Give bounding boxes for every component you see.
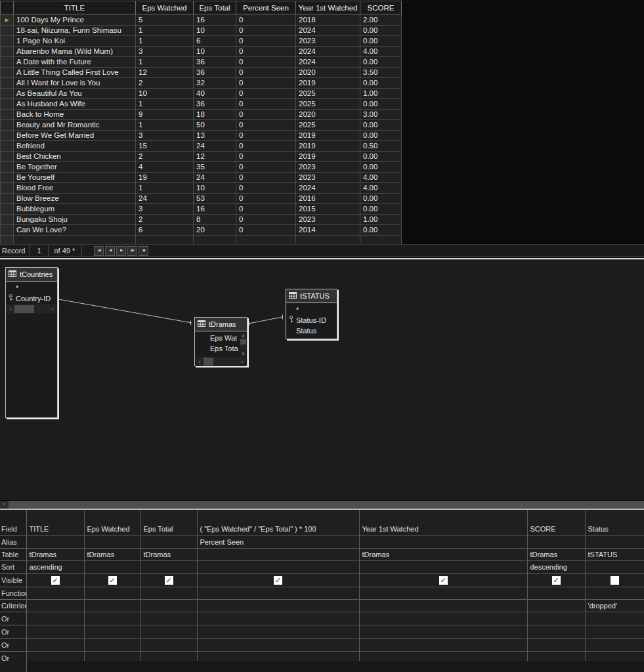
table-cell[interactable]: 1.00 <box>360 215 402 225</box>
table-cell[interactable]: 2023 <box>296 36 360 47</box>
table-cell[interactable]: 0 <box>236 26 296 36</box>
table-cell[interactable]: 0.00 <box>360 57 402 68</box>
table-cell[interactable]: 1 <box>136 57 194 68</box>
scrollbar-thumb[interactable] <box>240 339 246 345</box>
record-selector[interactable] <box>1 215 14 225</box>
table-cell[interactable]: 0.00 <box>360 120 402 131</box>
table-cell[interactable]: 36 <box>194 68 236 78</box>
table-cell[interactable]: 2019 <box>296 141 360 152</box>
table-cell[interactable]: 20 <box>194 225 236 236</box>
design-grid-cell[interactable]: tDramas <box>359 549 527 561</box>
table-cell[interactable]: Bubblegum <box>14 204 136 215</box>
table-cell[interactable]: 0 <box>236 68 296 78</box>
field-item[interactable]: Status <box>286 326 337 336</box>
table-cell[interactable]: 2024 <box>296 183 360 194</box>
design-grid-cell[interactable] <box>359 600 527 612</box>
record-selector[interactable] <box>1 99 14 110</box>
table-cell[interactable]: 0.00 <box>360 225 402 236</box>
table-cell[interactable]: A Date with the Future <box>14 57 136 68</box>
table-cell[interactable]: 0.00 <box>360 36 402 47</box>
table-cell[interactable]: 2018 <box>296 14 360 26</box>
table-cell[interactable]: 0 <box>236 36 296 47</box>
table-cell[interactable]: 8 <box>194 215 236 225</box>
table-cell[interactable]: 0 <box>236 194 296 204</box>
table-cell[interactable] <box>14 236 136 245</box>
table-box-tcountries[interactable]: tCountries *Country-IDCOUNTRY ‹ › <box>5 267 58 418</box>
table-cell[interactable]: 1 <box>136 99 194 110</box>
design-grid-cell[interactable] <box>585 561 644 574</box>
table-cell[interactable] <box>236 236 296 245</box>
record-selector[interactable] <box>1 236 14 245</box>
design-grid-cell[interactable] <box>527 600 585 612</box>
design-grid-cell[interactable] <box>26 625 84 639</box>
visible-checkbox-checked[interactable]: ✓ <box>108 576 117 585</box>
table-cell[interactable]: 2023 <box>296 215 360 225</box>
design-grid-cell[interactable]: Year 1st Watched <box>359 522 527 536</box>
last-record-button[interactable]: ▶| <box>127 246 137 256</box>
table-cell[interactable]: 12 <box>136 68 194 78</box>
scroll-left-icon[interactable]: ‹ <box>7 306 14 312</box>
record-selector[interactable] <box>1 204 14 215</box>
column-header[interactable]: TITLE <box>14 1 136 14</box>
grid-column-header[interactable] <box>359 509 527 522</box>
table-cell[interactable]: 2.00 <box>360 14 402 26</box>
record-selector[interactable] <box>1 141 14 152</box>
design-grid-cell[interactable]: 'dropped' <box>585 600 644 612</box>
design-grid-cell[interactable] <box>84 639 140 652</box>
table-cell[interactable]: 16 <box>194 14 236 26</box>
column-header[interactable]: Eps Watched <box>136 1 194 14</box>
table-cell[interactable]: 1 <box>136 120 194 131</box>
design-grid-cell[interactable]: ✓ <box>84 574 140 587</box>
table-cell[interactable]: 2020 <box>296 68 360 78</box>
table-box-hscrollbar[interactable]: ‹ › <box>196 357 246 366</box>
table-cell[interactable]: 24 <box>194 141 236 152</box>
table-cell[interactable]: 53 <box>194 194 236 204</box>
design-grid-cell[interactable]: Eps Total <box>140 522 197 536</box>
design-grid-cell[interactable]: SCORE <box>527 522 585 536</box>
table-cell[interactable]: 50 <box>194 120 236 131</box>
design-grid-cell[interactable] <box>197 639 359 652</box>
design-grid-cell[interactable] <box>197 612 359 625</box>
table-cell[interactable]: 0 <box>236 57 296 68</box>
table-cell[interactable]: 0 <box>236 131 296 141</box>
table-cell[interactable]: 0 <box>236 120 296 131</box>
field-item[interactable]: * <box>6 283 57 293</box>
field-item[interactable]: Country-ID <box>6 293 57 304</box>
table-cell[interactable]: Before We Get Married <box>14 131 136 141</box>
table-cell[interactable]: 0.00 <box>360 99 402 110</box>
design-grid-cell[interactable] <box>140 639 197 652</box>
record-selector[interactable] <box>1 120 14 131</box>
design-grid-cell[interactable]: ✓ <box>140 574 197 587</box>
design-grid-cell[interactable] <box>26 600 84 612</box>
design-grid-cell[interactable] <box>527 536 585 549</box>
table-cell[interactable]: 2025 <box>296 99 360 110</box>
record-selector[interactable] <box>1 68 14 78</box>
table-cell[interactable]: 36 <box>194 99 236 110</box>
table-cell[interactable]: 0 <box>236 215 296 225</box>
design-grid-cell[interactable]: Eps Watched <box>84 522 140 536</box>
design-grid-cell[interactable] <box>197 625 359 639</box>
table-cell[interactable]: 0 <box>236 183 296 194</box>
design-grid-cell[interactable] <box>359 612 527 625</box>
new-record-button[interactable]: ◆ <box>139 246 148 256</box>
design-grid-cell[interactable] <box>359 587 527 600</box>
scroll-right-icon[interactable]: › <box>238 359 246 365</box>
record-selector[interactable] <box>1 131 14 141</box>
field-item[interactable]: * <box>286 304 337 315</box>
record-selector[interactable] <box>1 78 14 89</box>
table-cell[interactable]: Beauty and Mr Romantic <box>14 120 136 131</box>
table-cell[interactable]: 0 <box>236 152 296 162</box>
table-cell[interactable]: 4 <box>136 162 194 173</box>
table-box-vscrollbar[interactable]: ∧ ∨ <box>240 333 247 357</box>
design-grid-cell[interactable] <box>140 600 197 612</box>
table-cell[interactable]: 2020 <box>296 110 360 120</box>
record-selector-header[interactable] <box>1 1 14 14</box>
design-grid-cell[interactable] <box>140 625 197 639</box>
design-grid-cell[interactable] <box>359 625 527 639</box>
grid-column-header[interactable] <box>197 509 359 522</box>
table-cell[interactable] <box>136 236 194 245</box>
design-grid-cell[interactable] <box>197 549 359 561</box>
table-cell[interactable]: 15 <box>136 141 194 152</box>
design-grid-cell[interactable]: tDramas <box>140 549 197 561</box>
table-cell[interactable]: 0.00 <box>360 194 402 204</box>
